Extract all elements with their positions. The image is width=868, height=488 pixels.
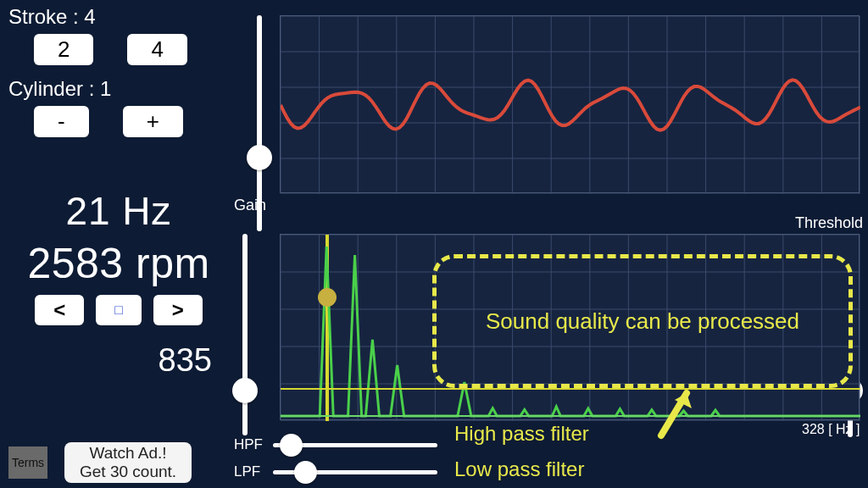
terms-button[interactable]: Terms	[8, 446, 47, 479]
waveform-plot	[280, 15, 860, 193]
watch-ad-button[interactable]: Watch Ad.! Get 30 count.	[64, 442, 192, 483]
count-readout: 835	[8, 342, 229, 379]
threshold-label: Threshold	[795, 214, 863, 232]
x-axis-max-label: 328 [ Hz ]	[802, 422, 860, 437]
cylinder-plus-button[interactable]: +	[123, 106, 183, 137]
cylinder-label: Cylinder : 1	[8, 77, 229, 101]
annotation-hpf: High pass filter	[454, 422, 589, 446]
hpf-slider[interactable]: HPF	[234, 434, 437, 456]
lpf-slider[interactable]: LPF	[234, 461, 437, 483]
prev-button[interactable]: <	[35, 295, 84, 325]
annotation-lpf: Low pass filter	[454, 458, 584, 481]
stroke-label: Stroke : 4	[8, 5, 229, 29]
gain-label: Gain	[234, 197, 266, 214]
rpm-readout: 2583 rpm	[8, 239, 229, 288]
frequency-readout: 21 Hz	[8, 188, 229, 234]
spectrum-plot[interactable]	[280, 234, 860, 420]
gain2-slider[interactable]	[242, 234, 280, 435]
ad-line2: Get 30 count.	[80, 463, 176, 481]
ad-line1: Watch Ad.!	[80, 444, 176, 463]
stroke-4-button[interactable]: 4	[127, 34, 186, 65]
hpf-cursor-handle[interactable]	[318, 288, 337, 307]
cylinder-minus-button[interactable]: -	[34, 106, 89, 137]
stop-button[interactable]: □	[96, 295, 142, 325]
hpf-label: HPF	[234, 436, 273, 453]
stroke-2-button[interactable]: 2	[34, 34, 93, 65]
next-button[interactable]: >	[153, 295, 203, 325]
lpf-label: LPF	[234, 463, 273, 480]
